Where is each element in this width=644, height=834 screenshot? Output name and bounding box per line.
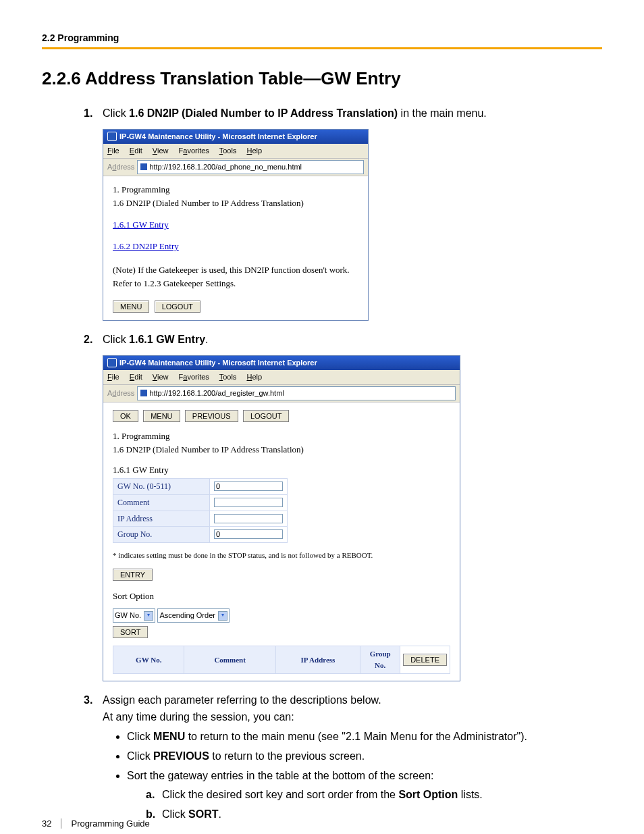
- shot2-line1: 1. Programming: [113, 429, 450, 443]
- b1-post: to return to the main menu (see "2.1 Mai…: [185, 731, 527, 742]
- step1-bold: 1.6 DN2IP (Dialed Number to IP Address T…: [129, 107, 398, 119]
- ie2-menubar: File Edit View Favorites Tools Help: [103, 370, 460, 385]
- gw-entry-form: GW No. (0-511) Comment IP Address G: [113, 478, 288, 542]
- a-pre: Click the desired sort key and sort orde…: [162, 789, 398, 800]
- input-ip[interactable]: [214, 514, 283, 523]
- menu-file[interactable]: File: [107, 147, 119, 155]
- b3-text: Sort the gateway entries in the table at…: [127, 770, 434, 781]
- bb-post: .: [219, 808, 221, 820]
- gw-grid: GW No. Comment IP Address Group No. DELE…: [113, 646, 450, 674]
- link-dn2ip-entry[interactable]: 1.6.2 DN2IP Entry: [113, 241, 179, 251]
- b2-bold: PREVIOUS: [153, 750, 209, 762]
- footer-doc-title: Programming Guide: [61, 818, 149, 829]
- a-post: lists.: [458, 789, 482, 800]
- screenshot-1: IP-GW4 Maintenance Utility - Microsoft I…: [103, 129, 369, 321]
- label-gwno: GW No. (0-511): [113, 479, 210, 495]
- menu-view[interactable]: View: [153, 373, 169, 381]
- menu-help[interactable]: Help: [246, 373, 262, 381]
- b1-pre: Click: [127, 731, 153, 742]
- ie1-addressbar: Address http://192.168.1.200/ad_phone_no…: [103, 159, 368, 176]
- shot1-logout-button[interactable]: LOGOUT: [155, 301, 200, 313]
- header-rule: [42, 47, 602, 49]
- section-title: 2.2.6 Address Translation Table—GW Entry: [42, 68, 602, 89]
- ie1-titlebar: IP-GW4 Maintenance Utility - Microsoft I…: [103, 130, 368, 144]
- step1-post: in the main menu.: [398, 107, 487, 119]
- step2-post: .: [205, 334, 208, 345]
- b1-bold: MENU: [153, 731, 185, 742]
- address-label: Address: [107, 388, 134, 399]
- address-label: Address: [107, 161, 134, 173]
- ie-logo-icon: [107, 358, 117, 367]
- previous-button[interactable]: PREVIOUS: [185, 410, 238, 422]
- sort-key-value: GW No.: [115, 610, 141, 621]
- shot1-line2: 1.6 DN2IP (Dialed Number to IP Address T…: [113, 197, 358, 210]
- ie2-addressbar: Address http://192.168.1.200/ad_register…: [103, 385, 460, 402]
- menu-button[interactable]: MENU: [143, 410, 180, 422]
- step3-line1: Assign each parameter referring to the d…: [103, 692, 602, 709]
- input-group[interactable]: [214, 529, 283, 539]
- step2-pre: Click: [103, 334, 129, 345]
- bullet-menu: Click MENU to return to the main menu (s…: [127, 729, 602, 746]
- step3-line2: At any time during the session, you can:: [103, 709, 602, 726]
- page-footer: 32Programming Guide: [42, 818, 150, 829]
- address-input[interactable]: http://192.168.1.200/ad_phone_no_menu.ht…: [137, 160, 364, 174]
- shot1-menu-button[interactable]: MENU: [113, 301, 149, 313]
- label-ip: IP Address: [113, 511, 210, 527]
- input-comment[interactable]: [214, 498, 283, 507]
- chevron-down-icon: ▾: [144, 611, 153, 621]
- sort-button[interactable]: SORT: [113, 626, 148, 638]
- menu-help[interactable]: Help: [246, 147, 262, 155]
- a-bold: Sort Option: [398, 789, 458, 800]
- logout-button[interactable]: LOGOUT: [243, 410, 289, 422]
- delete-button[interactable]: DELETE: [403, 654, 447, 666]
- ie2-title: IP-GW4 Maintenance Utility - Microsoft I…: [119, 357, 317, 369]
- step2-bold: 1.6.1 GW Entry: [129, 334, 205, 345]
- address-url: http://192.168.1.200/ad_phone_no_menu.ht…: [149, 161, 302, 173]
- step-1: Click 1.6 DN2IP (Dialed Number to IP Add…: [103, 105, 602, 321]
- shot2-subtitle: 1.6.1 GW Entry: [113, 463, 450, 477]
- sort-order-select[interactable]: Ascending Order ▾: [157, 608, 230, 623]
- menu-favorites[interactable]: Favorites: [179, 147, 209, 155]
- ie2-titlebar: IP-GW4 Maintenance Utility - Microsoft I…: [103, 356, 460, 370]
- ie-logo-icon: [107, 132, 117, 141]
- address-input[interactable]: http://192.168.1.200/ad_register_gw.html: [137, 386, 456, 400]
- menu-view[interactable]: View: [153, 147, 169, 155]
- col-ip: IP Address: [275, 646, 360, 674]
- ie1-content: 1. Programming 1.6 DN2IP (Dialed Number …: [103, 176, 368, 320]
- b2-post: to return to the previous screen.: [209, 750, 365, 762]
- ie1-title: IP-GW4 Maintenance Utility - Microsoft I…: [119, 131, 317, 142]
- header-section-path: 2.2 Programming: [42, 32, 602, 43]
- chevron-down-icon: ▾: [218, 611, 227, 621]
- menu-favorites[interactable]: Favorites: [179, 373, 209, 381]
- page-number: 32: [42, 818, 51, 829]
- menu-edit[interactable]: Edit: [130, 147, 142, 155]
- col-gwno: GW No.: [113, 646, 184, 674]
- shot2-line2: 1.6 DN2IP (Dialed Number to IP Address T…: [113, 443, 450, 457]
- link-gw-entry[interactable]: 1.6.1 GW Entry: [113, 219, 169, 230]
- sort-order-value: Ascending Order: [159, 610, 215, 621]
- favicon-icon: [140, 163, 147, 170]
- bullet-sort: Sort the gateway entries in the table at…: [127, 768, 602, 823]
- sort-option-label: Sort Option: [113, 590, 450, 603]
- step3-bullets: Click MENU to return to the main menu (s…: [103, 729, 602, 823]
- screenshot-2: IP-GW4 Maintenance Utility - Microsoft I…: [103, 355, 460, 682]
- ok-button[interactable]: OK: [113, 410, 138, 422]
- menu-tools[interactable]: Tools: [219, 373, 237, 381]
- step-2: Click 1.6.1 GW Entry. IP-GW4 Maintenance…: [103, 332, 602, 681]
- bullet-previous: Click PREVIOUS to return to the previous…: [127, 748, 602, 765]
- bb-bold: SORT: [188, 808, 218, 820]
- menu-edit[interactable]: Edit: [130, 373, 142, 381]
- step-3: Assign each parameter referring to the d…: [103, 692, 602, 823]
- menu-file[interactable]: File: [107, 373, 119, 381]
- sort-key-select[interactable]: GW No. ▾: [113, 608, 155, 623]
- address-url: http://192.168.1.200/ad_register_gw.html: [149, 388, 284, 399]
- label-group: Group No.: [113, 527, 210, 543]
- entry-button[interactable]: ENTRY: [113, 569, 153, 581]
- footnote: * indicates setting must be done in the …: [113, 550, 450, 561]
- alpha-list: Click the desired sort key and sort orde…: [127, 787, 602, 823]
- col-group: Group No.: [360, 646, 400, 674]
- ie2-content: OK MENU PREVIOUS LOGOUT 1. Programming 1…: [103, 402, 460, 681]
- input-gwno[interactable]: [214, 481, 283, 491]
- shot1-note1: (Note) If the Gatekeeper is used, this D…: [113, 263, 358, 277]
- menu-tools[interactable]: Tools: [219, 147, 237, 155]
